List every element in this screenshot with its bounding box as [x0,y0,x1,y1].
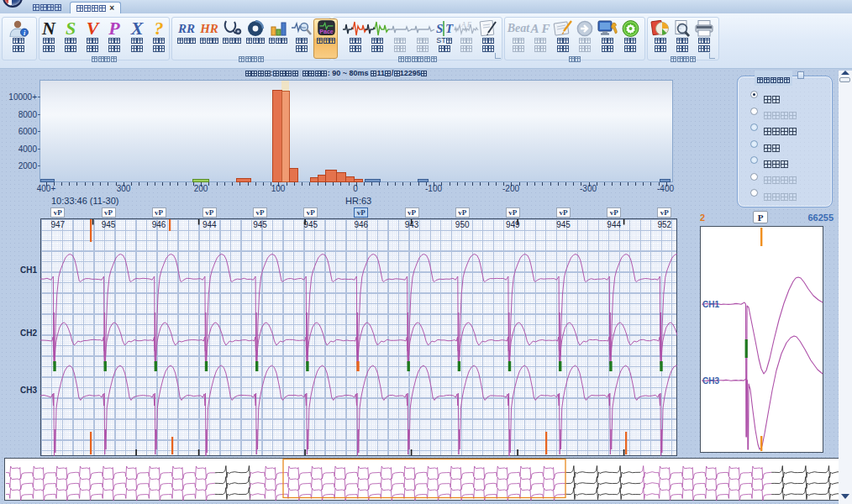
svg-text:946: 946 [152,220,166,229]
svg-text:945: 945 [556,220,571,229]
svg-text:8000: 8000 [18,110,38,119]
svg-text:-100: -100 [425,184,442,193]
svg-text:945: 945 [253,220,267,229]
svg-text:100: 100 [271,184,286,193]
svg-text:945: 945 [303,220,318,229]
svg-text:944: 944 [607,220,621,229]
svg-text:A F: A F [460,21,471,29]
svg-text:4000: 4000 [18,144,38,154]
svg-text:CH3: CH3 [702,376,719,386]
svg-text:950: 950 [455,220,470,229]
svg-text:CH1: CH1 [702,300,719,309]
svg-text:Pace: Pace [319,29,334,34]
svg-text:2000: 2000 [18,161,38,171]
svg-text:200: 200 [194,184,208,193]
svg-text:946: 946 [354,220,368,229]
svg-text:947: 947 [50,220,65,229]
svg-text:400+: 400+ [37,184,56,193]
svg-text:944: 944 [202,220,217,229]
svg-text:S: S [436,22,443,35]
svg-text:952: 952 [657,220,671,229]
svg-text:-400: -400 [657,184,674,193]
svg-text:10000+: 10000+ [8,92,37,102]
svg-text:-200: -200 [502,184,519,193]
svg-text:0: 0 [353,184,358,193]
svg-text:-300: -300 [580,184,597,193]
svg-text:6000: 6000 [18,127,38,136]
svg-text:300: 300 [117,184,131,193]
svg-text:945: 945 [102,220,116,229]
